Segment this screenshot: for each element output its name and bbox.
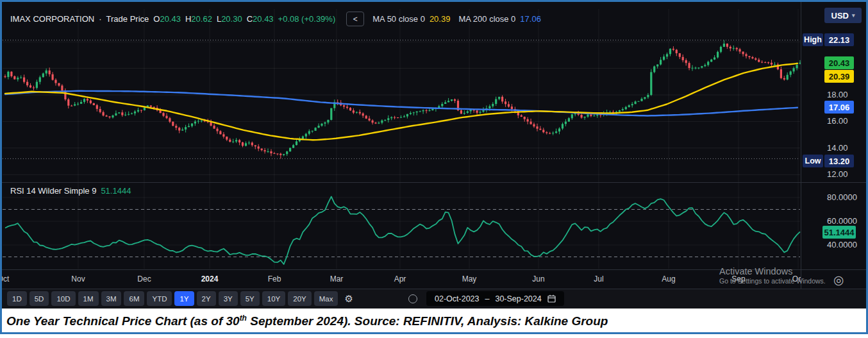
range-button-2y[interactable]: 2Y	[197, 291, 216, 306]
rsi-value-badge: 51.1444	[822, 226, 856, 239]
legend-collapse-button[interactable]: <	[346, 12, 364, 26]
bottom-toolbar: 1D5D10D1M3M6MYTD1Y2Y3Y5Y10Y20YMax⚙ 02-Oc…	[2, 289, 866, 308]
range-button-1y[interactable]: 1Y	[174, 291, 194, 306]
range-button-20y[interactable]: 20Y	[288, 291, 311, 306]
date-range-separator: –	[485, 294, 489, 303]
time-axis-label: 2024	[201, 275, 219, 283]
ma200-label: MA 200 close 0	[458, 14, 515, 24]
price-axis-panel[interactable]: USD ▾ High 22.13 20.43 20.39 17.06 Low 1…	[801, 2, 866, 289]
range-button-ytd[interactable]: YTD	[147, 291, 172, 306]
symbol-name: IMAX CORPORATION	[10, 14, 94, 24]
figure-caption: One Year Technical Price Chart (as of 30…	[6, 314, 608, 328]
time-axis[interactable]: OctNovDec2024FebMarAprMayJunJulAugSepOct	[2, 272, 801, 287]
low-marker-label: Low	[803, 155, 823, 167]
time-axis-label: Dec	[137, 275, 151, 283]
chevron-down-icon: ▾	[852, 12, 855, 19]
price-tick-label: 18.00	[827, 90, 848, 99]
time-axis-label: Mar	[330, 275, 344, 283]
range-button-3m[interactable]: 3M	[101, 291, 122, 306]
rsi-axis-divider	[2, 269, 866, 270]
time-axis-label: Apr	[394, 275, 406, 283]
calendar-icon	[547, 294, 556, 303]
range-button-5y[interactable]: 5Y	[240, 291, 260, 306]
range-button-6m[interactable]: 6M	[124, 291, 144, 306]
price-tick-label: 12.00	[827, 169, 848, 179]
time-axis-label: Jun	[532, 275, 544, 283]
rsi-line	[5, 197, 800, 265]
date-range-picker[interactable]: 02-Oct-2023 – 30-Sep-2024	[426, 291, 564, 306]
price-and-rsi-chart[interactable]	[2, 2, 801, 289]
range-button-10y[interactable]: 10Y	[262, 291, 285, 306]
price-tick-label: 16.00	[827, 116, 848, 126]
range-button-5d[interactable]: 5D	[29, 291, 49, 306]
legend-dot: ·	[99, 14, 101, 24]
range-button-10d[interactable]: 10D	[51, 291, 75, 306]
price-legend: IMAX CORPORATION · Trade Price O20.43 H2…	[10, 12, 541, 26]
ma200-value: 17.06	[520, 14, 541, 24]
open-value: O20.43	[153, 14, 181, 24]
time-axis-label: May	[462, 275, 477, 283]
time-axis-label: Oct	[792, 275, 801, 283]
ma50-price-badge: 20.39	[824, 70, 854, 83]
crosshair-target-icon[interactable]: ◎	[833, 273, 844, 287]
last-price-badge: 20.43	[824, 56, 854, 69]
rsi-tick-label: 80.0000	[827, 192, 857, 202]
history-icon[interactable]	[408, 294, 417, 303]
low-price-badge: 13.20	[824, 155, 854, 167]
currency-selector[interactable]: USD ▾	[824, 8, 862, 23]
range-button-max[interactable]: Max	[314, 291, 338, 306]
candles-layer	[4, 40, 801, 159]
rsi-legend: RSI 14 Wilder Simple 9 51.1444	[10, 186, 131, 196]
time-axis-label: Aug	[662, 275, 675, 283]
rsi-last-value: 51.1444	[101, 186, 131, 196]
ma200-price-badge: 17.06	[824, 101, 854, 114]
time-axis-label: Sep	[731, 275, 745, 283]
ma50-label: MA 50 close 0	[372, 14, 425, 24]
price-tick-label: 14.00	[827, 143, 848, 153]
time-axis-label: Oct	[2, 275, 9, 283]
series-name: Trade Price	[106, 14, 149, 24]
rsi-tick-label: 40.0000	[827, 240, 857, 249]
rsi-indicator-label: RSI 14 Wilder Simple 9	[10, 186, 96, 196]
time-axis-label: Feb	[268, 275, 281, 283]
high-marker-label: High	[803, 33, 823, 46]
range-button-1m[interactable]: 1M	[78, 291, 99, 306]
time-axis-label: Jul	[594, 275, 603, 283]
gear-icon[interactable]: ⚙	[344, 293, 353, 305]
price-rsi-panel-divider[interactable]	[2, 182, 866, 183]
date-range-end: 30-Sep-2024	[495, 294, 541, 303]
ma50-line	[5, 63, 797, 140]
range-selector-row: 1D5D10D1M3M6MYTD1Y2Y3Y5Y10Y20YMax⚙	[7, 291, 353, 306]
ma50-value: 20.39	[430, 14, 451, 24]
rsi-tick-label: 60.0000	[827, 216, 857, 226]
time-axis-label: Nov	[71, 275, 85, 283]
high-price-badge: 22.13	[824, 33, 854, 46]
range-button-3y[interactable]: 3Y	[219, 291, 238, 306]
range-button-1d[interactable]: 1D	[7, 291, 27, 306]
close-value: C20.43	[247, 14, 274, 24]
high-value: H20.62	[185, 14, 212, 24]
currency-label: USD	[831, 11, 849, 21]
change-value: +0.08 (+0.39%)	[278, 14, 336, 24]
date-range-start: 02-Oct-2023	[435, 294, 479, 303]
low-value: L20.30	[217, 14, 242, 24]
